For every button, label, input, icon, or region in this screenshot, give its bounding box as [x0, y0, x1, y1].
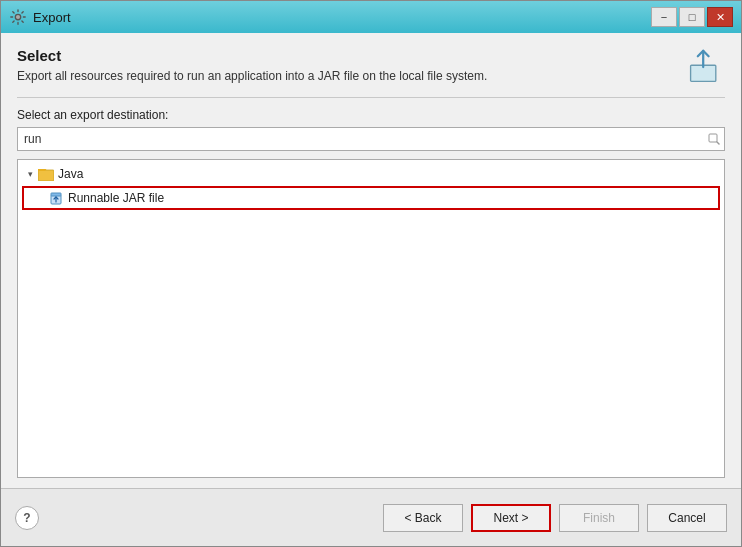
close-button[interactable]: ✕ [707, 7, 733, 27]
svg-rect-5 [51, 193, 61, 196]
cancel-button[interactable]: Cancel [647, 504, 727, 532]
bottom-bar-left: ? [15, 506, 39, 530]
minimize-button[interactable]: − [651, 7, 677, 27]
tree-root-label: Java [58, 167, 83, 181]
body-section: Select an export destination: ▾ [17, 108, 725, 478]
tree-container: ▾ Java [17, 159, 725, 478]
gear-icon [9, 8, 27, 26]
help-button[interactable]: ? [15, 506, 39, 530]
svg-rect-3 [38, 170, 54, 181]
title-bar-controls: − □ ✕ [651, 7, 733, 27]
search-input-wrapper [17, 127, 725, 151]
search-input-icon [704, 133, 724, 145]
svg-rect-2 [709, 134, 717, 142]
header-title: Select [17, 47, 675, 64]
jar-icon [48, 190, 64, 206]
tree-child-runnable-jar[interactable]: Runnable JAR file [22, 186, 720, 210]
tree-root-java[interactable]: ▾ Java [18, 164, 724, 184]
export-svg-icon [687, 49, 723, 85]
tree-expander: ▾ [22, 166, 38, 182]
export-dialog: Export − □ ✕ Select Export all resources… [0, 0, 742, 547]
destination-label: Select an export destination: [17, 108, 725, 122]
bottom-bar: ? < Back Next > Finish Cancel [1, 488, 741, 546]
title-bar-left: Export [9, 8, 71, 26]
folder-icon [38, 167, 54, 181]
header-description: Export all resources required to run an … [17, 68, 675, 85]
bottom-bar-right: < Back Next > Finish Cancel [383, 504, 727, 532]
maximize-button[interactable]: □ [679, 7, 705, 27]
header-text: Select Export all resources required to … [17, 47, 675, 85]
export-icon [685, 47, 725, 87]
next-button[interactable]: Next > [471, 504, 551, 532]
search-input[interactable] [18, 130, 704, 148]
tree-child-label: Runnable JAR file [68, 191, 164, 205]
svg-point-0 [15, 14, 20, 19]
finish-button[interactable]: Finish [559, 504, 639, 532]
main-content: Select Export all resources required to … [1, 33, 741, 488]
title-bar-title: Export [33, 10, 71, 25]
back-button[interactable]: < Back [383, 504, 463, 532]
title-bar: Export − □ ✕ [1, 1, 741, 33]
header-section: Select Export all resources required to … [17, 47, 725, 98]
